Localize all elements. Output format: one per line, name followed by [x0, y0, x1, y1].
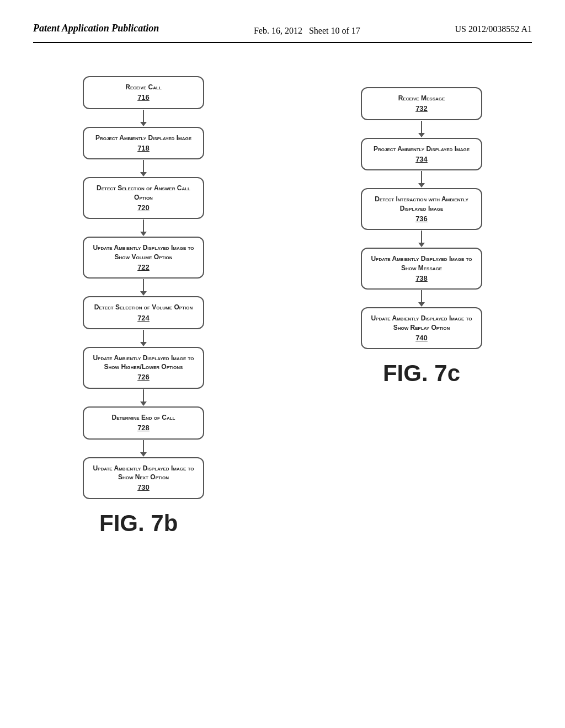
arrow-7 [140, 440, 147, 457]
box-722-number: 722 [92, 263, 195, 272]
box-740-number: 740 [370, 333, 473, 343]
arrow-4 [140, 279, 147, 296]
flowchart-right: Receive Message 732 Project Ambiently Di… [344, 87, 499, 499]
arrow-1 [140, 109, 147, 127]
box-738: Update Ambiently Displayed Image to Show… [361, 248, 482, 290]
box-720-label: Detect Selection of Answer Call Option [97, 184, 190, 201]
box-732-number: 732 [370, 104, 473, 114]
arrow-r4 [418, 290, 425, 307]
patent-number: US 2012/0038552 A1 [455, 22, 532, 34]
box-716-label: Receive Call [125, 83, 162, 91]
publication-title: Patent Application Publication [33, 22, 159, 35]
fig-7b-label: FIG. 7b [99, 510, 178, 537]
box-734: Project Ambiently Displayed Image 734 [361, 138, 482, 171]
box-718-number: 718 [92, 143, 195, 153]
arrow-r2 [418, 170, 425, 188]
box-740: Update Ambiently Displayed Image to Show… [361, 307, 482, 349]
box-716-number: 716 [92, 93, 195, 103]
header-center-info: Feb. 16, 2012 Sheet 10 of 17 [254, 22, 360, 38]
page-header: Patent Application Publication Feb. 16, … [33, 22, 532, 43]
arrow-6 [140, 389, 147, 406]
box-722-label: Update Ambiently Displayed Image to Show… [93, 244, 194, 260]
box-728-label: Determine End of Call [112, 414, 175, 421]
flowchart-area: Receive Call 716 Project Ambiently Displ… [33, 65, 532, 499]
box-720: Detect Selection of Answer Call Option 7… [83, 177, 204, 219]
box-724-label: Detect Selection of Volume Option [94, 303, 193, 311]
box-736-label: Detect Interaction with Ambiently Displa… [375, 195, 468, 212]
box-730-label: Update Ambiently Displayed Image to Show… [93, 464, 194, 481]
box-718-label: Project Ambiently Displayed Image [95, 134, 191, 142]
box-730-number: 730 [92, 483, 195, 493]
sheet-info: Sheet 10 of 17 [309, 26, 360, 35]
arrow-r3 [418, 230, 425, 248]
publication-date: Feb. 16, 2012 [254, 26, 302, 35]
box-732: Receive Message 732 [361, 87, 482, 120]
box-730: Update Ambiently Displayed Image to Show… [83, 457, 204, 499]
box-734-number: 734 [370, 154, 473, 164]
arrow-5 [140, 329, 147, 347]
box-734-label: Project Ambiently Displayed Image [374, 145, 470, 153]
arrow-r1 [418, 120, 425, 138]
box-728-number: 728 [92, 423, 195, 433]
box-724-number: 724 [92, 313, 195, 323]
flowchart-left: Receive Call 716 Project Ambiently Displ… [66, 76, 221, 499]
patent-page: Patent Application Publication Feb. 16, … [0, 0, 565, 728]
arrow-2 [140, 159, 147, 177]
bottom-section: FIG. 7b [33, 499, 532, 537]
box-736: Detect Interaction with Ambiently Displa… [361, 188, 482, 230]
box-720-number: 720 [92, 203, 195, 213]
fig-7c-label: FIG. 7c [383, 360, 460, 387]
box-736-number: 736 [370, 214, 473, 224]
box-728: Determine End of Call 728 [83, 406, 204, 440]
box-738-label: Update Ambiently Displayed Image to Show… [371, 255, 472, 271]
box-724: Detect Selection of Volume Option 724 [83, 296, 204, 329]
box-718: Project Ambiently Displayed Image 718 [83, 127, 204, 160]
arrow-3 [140, 219, 147, 237]
right-section: FIG. 7c [383, 349, 460, 387]
box-726-number: 726 [92, 372, 195, 382]
box-716: Receive Call 716 [83, 76, 204, 109]
box-738-number: 738 [370, 274, 473, 283]
box-726-label: Update Ambiently Displayed Image to Show… [93, 354, 194, 371]
box-722: Update Ambiently Displayed Image to Show… [83, 237, 204, 279]
box-732-label: Receive Message [398, 94, 445, 102]
box-726: Update Ambiently Displayed Image to Show… [83, 347, 204, 389]
box-740-label: Update Ambiently Displayed Image to Show… [371, 314, 472, 331]
